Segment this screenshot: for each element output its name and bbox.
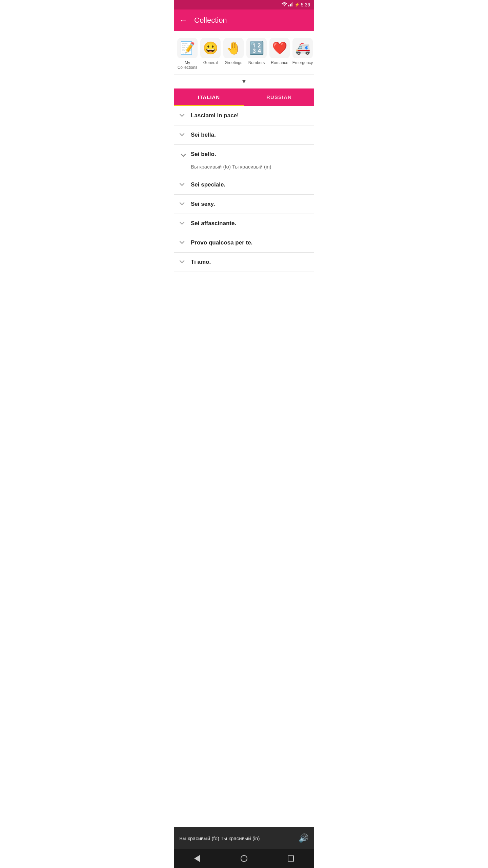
phrase-row-5[interactable]: Sei sexy. bbox=[174, 195, 314, 214]
category-icon-romance: ❤️ bbox=[269, 38, 290, 58]
phrase-row-1[interactable]: Lasciami in pace! bbox=[174, 106, 314, 125]
category-item-emergency[interactable]: 🚑 Emergency bbox=[292, 37, 313, 72]
phrase-chevron-1 bbox=[179, 112, 186, 119]
phrase-item-4: Sei speciale. bbox=[174, 175, 314, 195]
phrase-chevron-5 bbox=[179, 201, 186, 208]
status-icons: ⚡ 5:36 bbox=[282, 2, 310, 7]
phrase-row-4[interactable]: Sei speciale. bbox=[174, 175, 314, 194]
phrase-row-8[interactable]: Ti amo. bbox=[174, 253, 314, 272]
phrase-translation-3: Вы красивый (fo) Ты красивый (in) bbox=[174, 164, 314, 175]
nav-bar bbox=[174, 849, 314, 868]
phrase-text-3: Sei bello. bbox=[191, 151, 216, 158]
language-tabs: ITALIAN RUSSIAN bbox=[174, 88, 314, 106]
category-icon-my-collections: 📝 bbox=[177, 38, 198, 58]
wifi-icon bbox=[282, 2, 287, 7]
category-label-emergency: Emergency bbox=[292, 60, 313, 65]
category-label-my-collections: My Collections bbox=[178, 60, 198, 70]
tab-italian[interactable]: ITALIAN bbox=[174, 88, 244, 106]
phrase-list: Lasciami in pace! Sei bella. Sei bello. … bbox=[174, 106, 314, 316]
category-item-numbers[interactable]: 🔢 Numbers bbox=[246, 37, 267, 72]
phrase-text-6: Sei affascinante. bbox=[191, 220, 236, 227]
phrase-item-2: Sei bella. bbox=[174, 125, 314, 145]
categories-bar: 📝 My Collections 😀 General 🤚 Greetings 🔢… bbox=[174, 31, 314, 75]
category-icon-numbers: 🔢 bbox=[246, 38, 267, 58]
phrase-row-2[interactable]: Sei bella. bbox=[174, 125, 314, 144]
phrase-item-1: Lasciami in pace! bbox=[174, 106, 314, 125]
category-item-greetings[interactable]: 🤚 Greetings bbox=[223, 37, 244, 72]
category-icon-emergency: 🚑 bbox=[292, 38, 313, 58]
category-item-my-collections[interactable]: 📝 My Collections bbox=[177, 37, 198, 72]
phrase-item-7: Provo qualcosa per te. bbox=[174, 233, 314, 253]
header: ← Collection bbox=[174, 9, 314, 31]
svg-rect-0 bbox=[288, 5, 289, 6]
nav-back-button[interactable] bbox=[187, 852, 207, 865]
svg-rect-2 bbox=[291, 3, 292, 6]
svg-rect-1 bbox=[290, 4, 291, 6]
svg-rect-3 bbox=[292, 2, 293, 6]
category-item-romance[interactable]: ❤️ Romance bbox=[269, 37, 290, 72]
phrase-text-4: Sei speciale. bbox=[191, 181, 225, 188]
phrase-text-2: Sei bella. bbox=[191, 132, 216, 138]
home-circle-icon bbox=[241, 855, 247, 862]
category-label-numbers: Numbers bbox=[248, 60, 265, 65]
phrase-item-3: Sei bello. Вы красивый (fo) Ты красивый … bbox=[174, 145, 314, 175]
phrase-chevron-6 bbox=[179, 220, 186, 227]
back-triangle-icon bbox=[194, 855, 200, 862]
phrase-row-7[interactable]: Provo qualcosa per te. bbox=[174, 233, 314, 252]
phrase-chevron-3 bbox=[179, 151, 186, 158]
category-icon-general: 😀 bbox=[200, 38, 221, 58]
phrase-chevron-2 bbox=[179, 132, 186, 138]
category-item-general[interactable]: 😀 General bbox=[200, 37, 221, 72]
phrase-item-6: Sei affascinante. bbox=[174, 214, 314, 233]
audio-bar: Вы красивый (fo) Ты красивый (in) 🔊 bbox=[174, 827, 314, 849]
audio-bar-text: Вы красивый (fo) Ты красивый (in) bbox=[179, 835, 260, 841]
phrase-text-8: Ti amo. bbox=[191, 259, 211, 265]
back-button[interactable]: ← bbox=[179, 16, 187, 25]
header-title: Collection bbox=[194, 16, 227, 25]
speaker-icon[interactable]: 🔊 bbox=[299, 833, 309, 843]
battery-icon: ⚡ bbox=[294, 2, 300, 7]
nav-home-button[interactable] bbox=[234, 852, 254, 865]
expand-categories-button[interactable]: ▼ bbox=[174, 75, 314, 88]
nav-recent-button[interactable] bbox=[281, 852, 301, 865]
category-label-general: General bbox=[203, 60, 218, 65]
phrase-row-3[interactable]: Sei bello. bbox=[174, 145, 314, 164]
phrase-chevron-7 bbox=[179, 239, 186, 246]
status-time: 5:36 bbox=[301, 2, 310, 7]
phrase-list-container: Lasciami in pace! Sei bella. Sei bello. … bbox=[174, 106, 314, 272]
recent-square-icon bbox=[288, 855, 294, 862]
phrase-text-5: Sei sexy. bbox=[191, 201, 215, 208]
phrase-item-8: Ti amo. bbox=[174, 253, 314, 272]
category-label-greetings: Greetings bbox=[225, 60, 242, 65]
phrase-text-7: Provo qualcosa per te. bbox=[191, 239, 252, 246]
category-icon-greetings: 🤚 bbox=[223, 38, 244, 58]
phrase-chevron-4 bbox=[179, 181, 186, 188]
phrase-item-5: Sei sexy. bbox=[174, 195, 314, 214]
tab-russian[interactable]: RUSSIAN bbox=[244, 88, 314, 106]
signal-icon bbox=[288, 2, 293, 7]
status-bar: ⚡ 5:36 bbox=[174, 0, 314, 9]
phrase-chevron-8 bbox=[179, 259, 186, 265]
category-label-romance: Romance bbox=[271, 60, 288, 65]
phrase-text-1: Lasciami in pace! bbox=[191, 112, 239, 119]
phrase-row-6[interactable]: Sei affascinante. bbox=[174, 214, 314, 233]
